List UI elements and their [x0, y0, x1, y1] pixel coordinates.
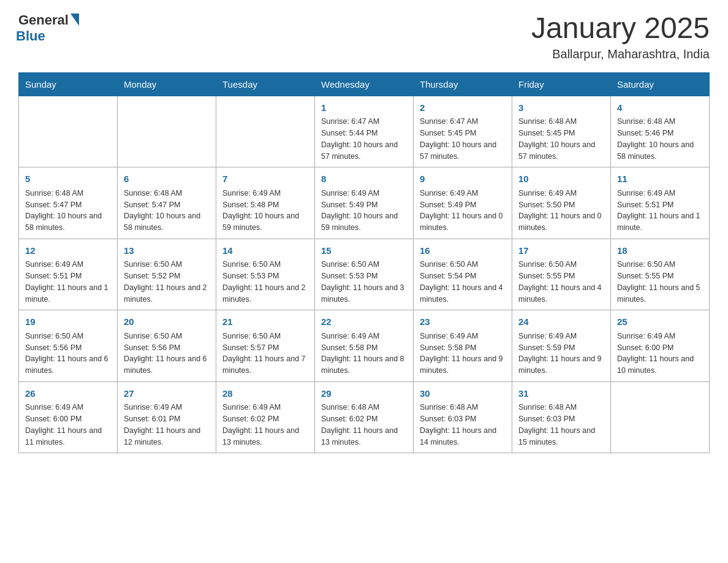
logo-general-text: General [18, 12, 69, 28]
calendar-header-saturday: Saturday [611, 72, 710, 96]
day-number: 20 [124, 315, 210, 329]
calendar-cell: 15Sunrise: 6:50 AM Sunset: 5:53 PM Dayli… [315, 239, 414, 310]
calendar-header-sunday: Sunday [19, 72, 118, 96]
calendar-cell: 29Sunrise: 6:48 AM Sunset: 6:02 PM Dayli… [315, 381, 414, 453]
day-number: 16 [420, 244, 506, 258]
day-info: Sunrise: 6:49 AM Sunset: 5:51 PM Dayligh… [25, 259, 111, 305]
calendar-cell: 23Sunrise: 6:49 AM Sunset: 5:58 PM Dayli… [414, 310, 512, 382]
day-info: Sunrise: 6:49 AM Sunset: 5:59 PM Dayligh… [518, 331, 604, 377]
calendar-week-row: 26Sunrise: 6:49 AM Sunset: 6:00 PM Dayli… [19, 381, 710, 453]
calendar-cell: 22Sunrise: 6:49 AM Sunset: 5:58 PM Dayli… [315, 310, 414, 382]
day-info: Sunrise: 6:49 AM Sunset: 5:50 PM Dayligh… [518, 188, 604, 234]
day-info: Sunrise: 6:49 AM Sunset: 5:49 PM Dayligh… [420, 188, 506, 234]
calendar-cell [118, 96, 216, 167]
day-number: 6 [124, 172, 210, 186]
calendar-header-wednesday: Wednesday [315, 72, 414, 96]
day-info: Sunrise: 6:47 AM Sunset: 5:44 PM Dayligh… [321, 116, 407, 162]
day-number: 14 [222, 244, 308, 258]
calendar-cell: 1Sunrise: 6:47 AM Sunset: 5:44 PM Daylig… [315, 96, 414, 167]
calendar-cell: 26Sunrise: 6:49 AM Sunset: 6:00 PM Dayli… [19, 381, 118, 453]
day-number: 5 [25, 172, 111, 186]
day-number: 27 [124, 387, 210, 401]
day-info: Sunrise: 6:50 AM Sunset: 5:52 PM Dayligh… [124, 259, 210, 305]
calendar-cell: 4Sunrise: 6:48 AM Sunset: 5:46 PM Daylig… [611, 96, 710, 167]
day-number: 26 [25, 387, 111, 401]
calendar-header-row: SundayMondayTuesdayWednesdayThursdayFrid… [19, 72, 710, 96]
day-info: Sunrise: 6:49 AM Sunset: 5:58 PM Dayligh… [420, 331, 506, 377]
logo: General Blue [18, 12, 79, 44]
calendar-cell: 14Sunrise: 6:50 AM Sunset: 5:53 PM Dayli… [216, 239, 315, 310]
day-number: 18 [617, 244, 703, 258]
calendar-cell: 19Sunrise: 6:50 AM Sunset: 5:56 PM Dayli… [19, 310, 118, 382]
day-number: 10 [518, 172, 604, 186]
calendar-cell [216, 96, 315, 167]
day-info: Sunrise: 6:50 AM Sunset: 5:56 PM Dayligh… [124, 331, 210, 377]
calendar-cell: 31Sunrise: 6:48 AM Sunset: 6:03 PM Dayli… [512, 381, 611, 453]
day-number: 4 [617, 101, 703, 115]
day-number: 2 [420, 101, 506, 115]
calendar-cell: 9Sunrise: 6:49 AM Sunset: 5:49 PM Daylig… [414, 167, 512, 239]
calendar-cell: 16Sunrise: 6:50 AM Sunset: 5:54 PM Dayli… [414, 239, 512, 310]
day-number: 23 [420, 315, 506, 329]
calendar-cell: 27Sunrise: 6:49 AM Sunset: 6:01 PM Dayli… [118, 381, 216, 453]
day-number: 24 [518, 315, 604, 329]
calendar-cell: 8Sunrise: 6:49 AM Sunset: 5:49 PM Daylig… [315, 167, 414, 239]
day-info: Sunrise: 6:48 AM Sunset: 6:02 PM Dayligh… [321, 402, 407, 448]
day-info: Sunrise: 6:49 AM Sunset: 5:58 PM Dayligh… [321, 331, 407, 377]
day-number: 1 [321, 101, 407, 115]
calendar-cell: 13Sunrise: 6:50 AM Sunset: 5:52 PM Dayli… [118, 239, 216, 310]
calendar-week-row: 19Sunrise: 6:50 AM Sunset: 5:56 PM Dayli… [19, 310, 710, 382]
day-number: 11 [617, 172, 703, 186]
day-number: 7 [222, 172, 308, 186]
day-info: Sunrise: 6:48 AM Sunset: 5:45 PM Dayligh… [518, 116, 604, 162]
day-info: Sunrise: 6:49 AM Sunset: 5:51 PM Dayligh… [617, 188, 703, 234]
calendar-cell: 12Sunrise: 6:49 AM Sunset: 5:51 PM Dayli… [19, 239, 118, 310]
calendar-cell: 21Sunrise: 6:50 AM Sunset: 5:57 PM Dayli… [216, 310, 315, 382]
day-info: Sunrise: 6:48 AM Sunset: 5:47 PM Dayligh… [124, 188, 210, 234]
day-info: Sunrise: 6:50 AM Sunset: 5:56 PM Dayligh… [25, 331, 111, 377]
title-section: January 2025 Ballarpur, Maharashtra, Ind… [531, 12, 710, 61]
day-info: Sunrise: 6:50 AM Sunset: 5:57 PM Dayligh… [222, 331, 308, 377]
day-number: 29 [321, 387, 407, 401]
day-number: 22 [321, 315, 407, 329]
day-info: Sunrise: 6:49 AM Sunset: 5:48 PM Dayligh… [222, 188, 308, 234]
calendar-header-tuesday: Tuesday [216, 72, 315, 96]
page-header: General Blue January 2025 Ballarpur, Mah… [18, 12, 710, 61]
day-number: 31 [518, 387, 604, 401]
calendar-cell: 25Sunrise: 6:49 AM Sunset: 6:00 PM Dayli… [611, 310, 710, 382]
day-number: 25 [617, 315, 703, 329]
day-info: Sunrise: 6:48 AM Sunset: 6:03 PM Dayligh… [518, 402, 604, 448]
day-number: 12 [25, 244, 111, 258]
calendar-week-row: 1Sunrise: 6:47 AM Sunset: 5:44 PM Daylig… [19, 96, 710, 167]
logo-triangle-icon [70, 13, 79, 26]
calendar-header-monday: Monday [118, 72, 216, 96]
calendar-cell [611, 381, 710, 453]
day-info: Sunrise: 6:49 AM Sunset: 6:01 PM Dayligh… [124, 402, 210, 448]
calendar-cell [19, 96, 118, 167]
day-number: 30 [420, 387, 506, 401]
day-number: 3 [518, 101, 604, 115]
calendar-header-thursday: Thursday [414, 72, 512, 96]
calendar-week-row: 5Sunrise: 6:48 AM Sunset: 5:47 PM Daylig… [19, 167, 710, 239]
day-info: Sunrise: 6:50 AM Sunset: 5:55 PM Dayligh… [617, 259, 703, 305]
day-number: 28 [222, 387, 308, 401]
day-info: Sunrise: 6:49 AM Sunset: 5:49 PM Dayligh… [321, 188, 407, 234]
calendar-cell: 2Sunrise: 6:47 AM Sunset: 5:45 PM Daylig… [414, 96, 512, 167]
calendar-cell: 5Sunrise: 6:48 AM Sunset: 5:47 PM Daylig… [19, 167, 118, 239]
day-info: Sunrise: 6:47 AM Sunset: 5:45 PM Dayligh… [420, 116, 506, 162]
day-number: 8 [321, 172, 407, 186]
day-info: Sunrise: 6:50 AM Sunset: 5:53 PM Dayligh… [321, 259, 407, 305]
calendar-cell: 3Sunrise: 6:48 AM Sunset: 5:45 PM Daylig… [512, 96, 611, 167]
calendar-cell: 28Sunrise: 6:49 AM Sunset: 6:02 PM Dayli… [216, 381, 315, 453]
day-number: 15 [321, 244, 407, 258]
location-title: Ballarpur, Maharashtra, India [531, 47, 710, 61]
calendar-cell: 30Sunrise: 6:48 AM Sunset: 6:03 PM Dayli… [414, 381, 512, 453]
day-number: 17 [518, 244, 604, 258]
calendar-cell: 24Sunrise: 6:49 AM Sunset: 5:59 PM Dayli… [512, 310, 611, 382]
calendar-week-row: 12Sunrise: 6:49 AM Sunset: 5:51 PM Dayli… [19, 239, 710, 310]
day-info: Sunrise: 6:49 AM Sunset: 6:00 PM Dayligh… [617, 331, 703, 377]
day-info: Sunrise: 6:48 AM Sunset: 5:46 PM Dayligh… [617, 116, 703, 162]
day-info: Sunrise: 6:49 AM Sunset: 6:00 PM Dayligh… [25, 402, 111, 448]
calendar-table: SundayMondayTuesdayWednesdayThursdayFrid… [18, 72, 710, 454]
day-number: 13 [124, 244, 210, 258]
